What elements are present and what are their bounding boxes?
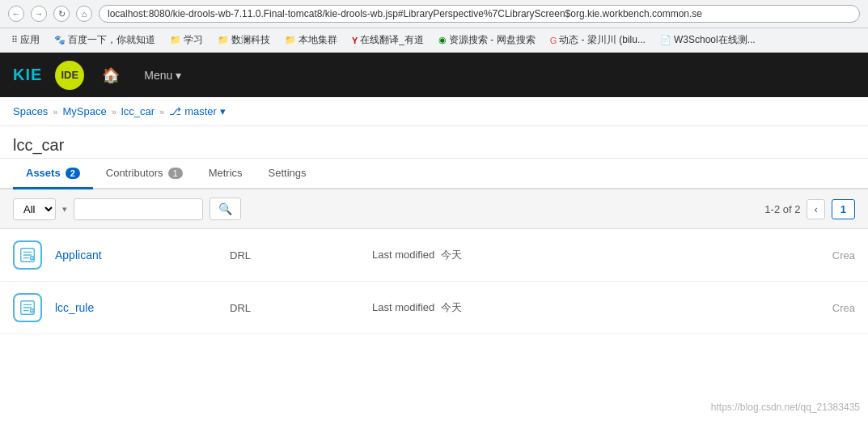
home-button[interactable]: ⌂ [76, 6, 92, 22]
bookmark-localcluster[interactable]: 📁 本地集群 [280, 32, 342, 49]
w3school-icon: 📄 [660, 35, 671, 45]
search-input[interactable] [74, 198, 203, 220]
folder-icon-local: 📁 [285, 35, 296, 45]
filter-chevron-icon: ▾ [62, 204, 67, 215]
folder-icon-datatech: 📁 [218, 35, 229, 45]
asset-type-lcc-rule: DRL [230, 302, 294, 314]
table-row: Applicant DRL Last modified 今天 Crea [0, 229, 868, 282]
kie-logo: KIE [13, 66, 42, 84]
tab-assets[interactable]: Assets 2 [13, 159, 93, 189]
breadcrumb-sep-2: » [112, 107, 116, 117]
tab-assets-label: Assets [26, 167, 61, 179]
asset-name-applicant[interactable]: Applicant [55, 249, 217, 262]
bookmark-youdao-label: 在线翻译_有道 [360, 33, 424, 47]
bookmark-youdao[interactable]: Y 在线翻译_有道 [347, 32, 429, 49]
url-bar[interactable]: localhost:8080/kie-drools-wb-7.11.0.Fina… [99, 5, 860, 23]
bookmark-dynamic[interactable]: G 动态 - 梁川川 (bilu... [545, 32, 650, 49]
bookmark-dynamic-label: 动态 - 梁川川 (bilu... [559, 33, 646, 47]
branch-icon: ⎇ [169, 105, 181, 117]
search-icon: 🔍 [218, 202, 232, 215]
bookmark-apps[interactable]: ⠿ 应用 [6, 32, 44, 49]
apps-icon: ⠿ [11, 35, 18, 45]
breadcrumb-branch[interactable]: ⎇ master ▾ [169, 105, 226, 117]
table-row: lcc_rule DRL Last modified 今天 Crea [0, 282, 868, 334]
home-nav-button[interactable]: 🏠 [97, 62, 125, 89]
baidu-icon: 🐾 [54, 35, 66, 45]
tab-metrics-label: Metrics [209, 167, 243, 179]
asset-created-applicant: Crea [832, 249, 855, 262]
bookmarks-bar: ⠿ 应用 🐾 百度一下，你就知道 📁 学习 📁 数澜科技 📁 本地集群 Y 在线… [0, 28, 868, 53]
back-button[interactable]: ← [8, 6, 24, 22]
asset-name-lcc-rule[interactable]: lcc_rule [55, 301, 217, 314]
tab-metrics[interactable]: Metrics [196, 159, 256, 189]
asset-created-lcc-rule: Crea [832, 302, 855, 314]
pagination-page-number[interactable]: 1 [832, 199, 855, 219]
tab-settings-label: Settings [269, 167, 307, 179]
modified-date-lcc-rule: 今天 [441, 301, 462, 313]
pagination-prev-button[interactable]: ‹ [807, 199, 824, 219]
dynamic-icon: G [550, 36, 557, 45]
ide-badge: IDE [55, 61, 84, 90]
bookmark-localcluster-label: 本地集群 [299, 33, 337, 47]
tab-contributors[interactable]: Contributors 1 [93, 159, 196, 189]
forward-button[interactable]: → [31, 6, 47, 22]
modified-label-lcc-rule: Last modified [372, 301, 434, 313]
tab-contributors-label: Contributors [106, 167, 163, 179]
breadcrumb-lcc-car[interactable]: lcc_car [121, 105, 155, 117]
breadcrumb: Spaces » MySpace » lcc_car » ⎇ master ▾ [0, 97, 868, 126]
asset-icon-applicant [13, 240, 42, 270]
menu-button[interactable]: Menu ▾ [138, 64, 188, 87]
youdao-icon: Y [352, 36, 358, 45]
bookmark-w3school[interactable]: 📄 W3School在线测... [655, 32, 760, 49]
tab-assets-badge: 2 [66, 168, 80, 179]
bookmark-resource[interactable]: ◉ 资源搜索 - 网盘搜索 [434, 32, 540, 49]
folder-icon-study: 📁 [170, 35, 181, 45]
modified-date-applicant: 今天 [441, 249, 462, 261]
bookmark-w3school-label: W3School在线测... [674, 33, 756, 47]
page-title: lcc_car [0, 126, 868, 159]
bookmark-baidu-label: 百度一下，你就知道 [68, 33, 155, 47]
asset-icon-lcc-rule [13, 293, 42, 322]
bookmark-datatech-label: 数澜科技 [231, 33, 270, 47]
browser-bar: ← → ↻ ⌂ localhost:8080/kie-drools-wb-7.1… [0, 0, 868, 28]
breadcrumb-sep-3: » [159, 107, 164, 117]
breadcrumb-sep-1: » [53, 107, 57, 117]
filter-select[interactable]: All [13, 198, 56, 220]
asset-modified-lcc-rule: Last modified 今天 [307, 300, 819, 315]
pagination-info: 1-2 of 2 [764, 203, 800, 215]
asset-list: Applicant DRL Last modified 今天 Crea lcc_… [0, 229, 868, 334]
bookmark-study-label: 学习 [184, 33, 203, 47]
tab-contributors-badge: 1 [168, 168, 183, 179]
refresh-button[interactable]: ↻ [53, 6, 70, 22]
search-button[interactable]: 🔍 [210, 198, 241, 220]
asset-type-applicant: DRL [230, 249, 294, 262]
bookmark-baidu[interactable]: 🐾 百度一下，你就知道 [49, 32, 160, 49]
branch-chevron-icon: ▾ [220, 105, 226, 117]
resource-icon: ◉ [438, 35, 447, 45]
tabs-row: Assets 2 Contributors 1 Metrics Settings [0, 159, 868, 189]
tab-settings[interactable]: Settings [256, 159, 320, 189]
branch-name: master [184, 105, 217, 117]
breadcrumb-spaces[interactable]: Spaces [13, 105, 48, 117]
chevron-left-icon: ‹ [814, 203, 817, 215]
bookmark-resource-label: 资源搜索 - 网盘搜索 [449, 33, 536, 47]
bookmark-study[interactable]: 📁 学习 [165, 32, 208, 49]
modified-label-applicant: Last modified [372, 249, 434, 261]
toolbar: All ▾ 🔍 1-2 of 2 ‹ 1 [0, 189, 868, 229]
menu-chevron-icon: ▾ [176, 69, 181, 82]
app-header: KIE IDE 🏠 Menu ▾ [0, 53, 868, 97]
breadcrumb-myspace[interactable]: MySpace [63, 105, 107, 117]
asset-modified-applicant: Last modified 今天 [307, 248, 819, 262]
bookmark-apps-label: 应用 [20, 33, 40, 47]
bookmark-datatech[interactable]: 📁 数澜科技 [213, 32, 275, 49]
menu-label: Menu [144, 69, 172, 82]
